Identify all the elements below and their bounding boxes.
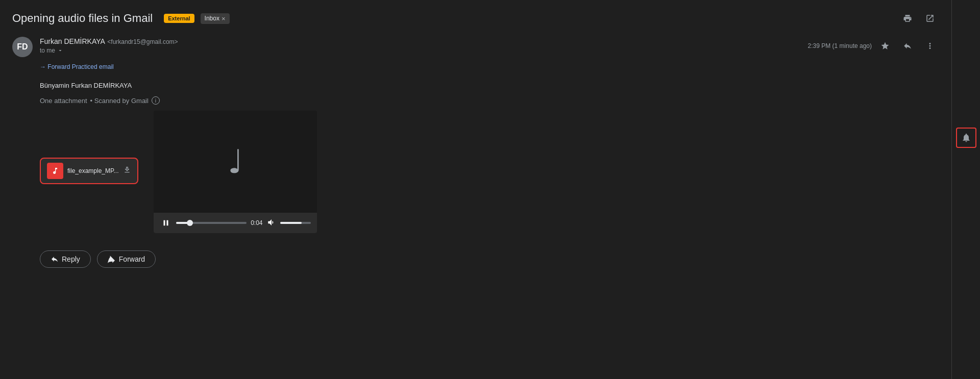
reply-icon-button[interactable] — [898, 37, 917, 55]
print-button[interactable] — [898, 9, 917, 28]
close-inbox-badge[interactable]: × — [222, 15, 226, 22]
badge-external: External — [164, 14, 194, 23]
sender-avatar: FD — [12, 37, 33, 57]
volume-bar[interactable] — [280, 222, 311, 224]
right-panel-notification-icon[interactable] — [956, 128, 976, 148]
progress-thumb — [187, 220, 193, 226]
sender-time: 2:39 PM (1 minute ago) — [808, 37, 939, 55]
music-note-icon: ♩ — [228, 143, 243, 181]
pause-button[interactable] — [160, 217, 172, 229]
action-buttons: Reply Forward — [0, 238, 951, 280]
right-panel — [951, 0, 980, 379]
popout-button[interactable] — [921, 9, 939, 28]
sender-to: to me — [40, 47, 801, 54]
body-recipient: Bünyamin Furkan DEMİRKAYA — [40, 82, 939, 89]
player-controls: 0:04 — [154, 213, 317, 233]
attachment-download-icon[interactable] — [123, 166, 131, 176]
content-row: file_example_MP... ♩ — [40, 111, 939, 233]
player-visual: ♩ — [154, 111, 317, 213]
scanned-info-icon[interactable]: i — [152, 96, 160, 105]
attachment-header: One attachment • Scanned by Gmail i — [40, 96, 939, 105]
volume-fill — [280, 222, 302, 224]
reply-button[interactable]: Reply — [40, 250, 91, 268]
forward-practiced-link[interactable]: → Forward Practiced email — [0, 61, 951, 77]
more-options-button[interactable] — [921, 37, 939, 55]
progress-bar[interactable] — [176, 222, 247, 224]
email-body: Bünyamin Furkan DEMİRKAYA One attachment… — [0, 77, 951, 238]
attachment-filename: file_example_MP... — [67, 167, 119, 174]
sender-name: Furkan DEMİRKAYA — [40, 37, 105, 45]
email-header: Opening audio files in Gmail External In… — [0, 0, 951, 33]
star-button[interactable] — [876, 37, 894, 55]
time-display: 0:04 — [251, 219, 262, 226]
forward-button[interactable]: Forward — [97, 250, 156, 268]
volume-icon[interactable] — [267, 218, 276, 229]
attachment-chip[interactable]: file_example_MP... — [40, 158, 138, 184]
sender-info: Furkan DEMİRKAYA <furkandr15@gmail.com> … — [40, 37, 801, 54]
email-subject: Opening audio files in Gmail — [12, 12, 153, 25]
sender-email: <furkandr15@gmail.com> — [107, 38, 178, 45]
sender-row: FD Furkan DEMİRKAYA <furkandr15@gmail.co… — [0, 33, 951, 61]
badge-inbox[interactable]: Inbox × — [201, 13, 230, 24]
audio-player: ♩ 0:04 — [154, 111, 317, 233]
attachment-file-icon — [47, 163, 63, 179]
header-right-actions — [898, 9, 939, 28]
